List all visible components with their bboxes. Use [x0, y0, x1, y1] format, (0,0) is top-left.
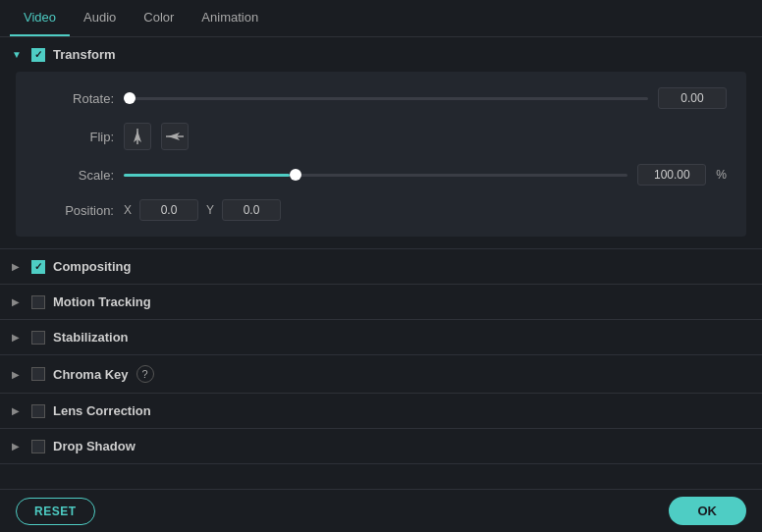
scale-label: Scale: — [35, 168, 114, 183]
section-drop-shadow: ▶ Drop Shadow — [0, 429, 762, 464]
rotate-row: Rotate: 0.00 — [35, 87, 727, 109]
position-y-input[interactable]: 0.0 — [222, 199, 281, 221]
section-lens-correction-label: Lens Correction — [53, 403, 151, 418]
tab-color[interactable]: Color — [130, 0, 188, 36]
checkbox-chroma-key[interactable] — [31, 367, 45, 381]
scale-value[interactable]: 100.00 — [637, 164, 706, 186]
checkbox-lens-correction[interactable] — [31, 404, 45, 418]
checkbox-motion-tracking[interactable] — [31, 295, 45, 309]
rotate-label: Rotate: — [35, 91, 114, 106]
ok-button[interactable]: OK — [669, 497, 747, 525]
scale-unit: % — [716, 168, 727, 182]
x-label: X — [124, 203, 132, 217]
section-motion-tracking-label: Motion Tracking — [53, 294, 151, 309]
section-transform-header[interactable]: ▼ Transform — [0, 37, 762, 72]
section-stabilization-label: Stabilization — [53, 330, 129, 345]
tab-audio[interactable]: Audio — [70, 0, 130, 36]
transform-body: Rotate: 0.00 Flip: — [16, 72, 746, 237]
chevron-drop-shadow-icon: ▶ — [12, 441, 24, 452]
chevron-compositing-icon: ▶ — [12, 261, 24, 272]
position-group: X 0.0 Y 0.0 — [124, 199, 281, 221]
scale-fill — [124, 174, 290, 177]
main-content: ▼ Transform Rotate: 0.00 Flip: — [0, 37, 762, 487]
flip-icons — [124, 123, 189, 150]
section-lens-correction-header[interactable]: ▶ Lens Correction — [0, 394, 762, 428]
section-transform-label: Transform — [53, 47, 116, 62]
section-chroma-key: ▶ Chroma Key ? — [0, 355, 762, 394]
section-compositing: ▶ Compositing — [0, 249, 762, 285]
tab-video[interactable]: Video — [10, 0, 70, 36]
section-drop-shadow-header[interactable]: ▶ Drop Shadow — [0, 429, 762, 463]
position-label: Position: — [35, 203, 114, 218]
section-stabilization-header[interactable]: ▶ Stabilization — [0, 320, 762, 354]
rotate-value[interactable]: 0.00 — [658, 87, 727, 109]
section-chroma-key-header[interactable]: ▶ Chroma Key ? — [0, 355, 762, 393]
y-label: Y — [206, 203, 214, 217]
flip-h-icon — [129, 129, 146, 144]
section-stabilization: ▶ Stabilization — [0, 320, 762, 355]
scale-row: Scale: 100.00 % — [35, 164, 727, 186]
bottom-bar: RESET OK — [0, 489, 762, 532]
scale-slider[interactable] — [124, 174, 627, 177]
chevron-chroma-key-icon: ▶ — [12, 369, 24, 380]
flip-label: Flip: — [35, 130, 114, 144]
tab-animation[interactable]: Animation — [188, 0, 272, 36]
chroma-key-help-icon[interactable]: ? — [136, 365, 154, 383]
rotate-slider[interactable] — [124, 97, 648, 100]
checkbox-stabilization[interactable] — [31, 331, 45, 345]
chevron-stabilization-icon: ▶ — [12, 332, 24, 343]
checkbox-transform[interactable] — [31, 48, 45, 62]
section-chroma-key-label: Chroma Key — [53, 367, 129, 382]
position-x-input[interactable]: 0.0 — [139, 199, 198, 221]
checkbox-compositing[interactable] — [31, 260, 45, 274]
chevron-motion-tracking-icon: ▶ — [12, 296, 24, 307]
flip-row: Flip: — [35, 123, 727, 150]
scale-track — [124, 174, 627, 177]
rotate-track — [124, 97, 648, 100]
tab-bar: Video Audio Color Animation — [0, 0, 762, 37]
section-compositing-label: Compositing — [53, 259, 131, 274]
section-compositing-header[interactable]: ▶ Compositing — [0, 249, 762, 284]
section-motion-tracking: ▶ Motion Tracking — [0, 285, 762, 320]
section-lens-correction: ▶ Lens Correction — [0, 394, 762, 429]
flip-vertical-button[interactable] — [161, 123, 189, 150]
flip-horizontal-button[interactable] — [124, 123, 151, 150]
chevron-transform-icon: ▼ — [12, 49, 24, 60]
section-transform: ▼ Transform Rotate: 0.00 Flip: — [0, 37, 762, 249]
position-row: Position: X 0.0 Y 0.0 — [35, 199, 727, 221]
scale-thumb[interactable] — [290, 169, 301, 181]
chevron-lens-correction-icon: ▶ — [12, 405, 24, 416]
rotate-thumb[interactable] — [124, 92, 136, 104]
flip-v-icon — [166, 129, 184, 144]
checkbox-drop-shadow[interactable] — [31, 440, 45, 453]
reset-button[interactable]: RESET — [16, 498, 95, 525]
section-motion-tracking-header[interactable]: ▶ Motion Tracking — [0, 285, 762, 319]
section-drop-shadow-label: Drop Shadow — [53, 439, 136, 453]
